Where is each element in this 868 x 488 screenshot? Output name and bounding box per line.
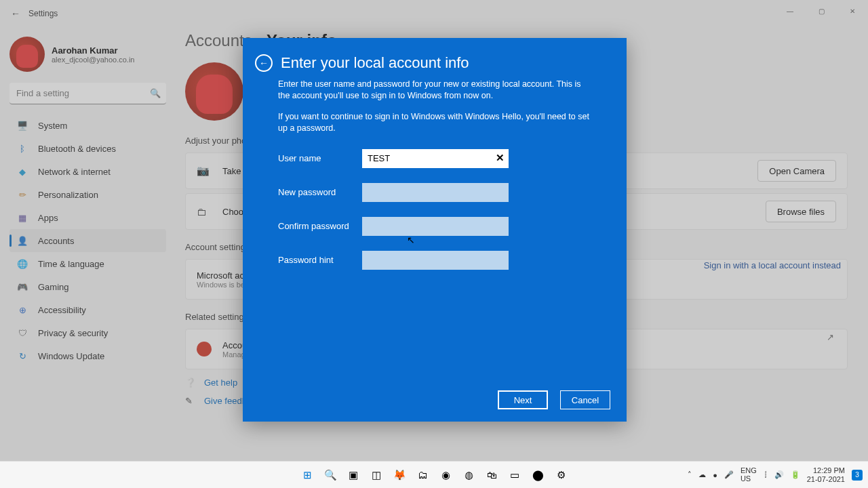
confirm-password-label: Confirm password [278, 221, 362, 231]
cancel-button[interactable]: Cancel [560, 390, 610, 409]
notification-badge[interactable]: 3 [852, 470, 863, 481]
local-account-dialog: ← Enter your local account info Enter th… [243, 38, 627, 422]
dialog-text-1: Enter the user name and password for you… [278, 79, 590, 102]
app-icon[interactable]: ▭ [505, 466, 524, 485]
next-button[interactable]: Next [498, 390, 548, 409]
settings-tb-icon[interactable]: ⚙ [551, 466, 570, 485]
mic-icon[interactable]: 🎤 [724, 470, 734, 479]
password-hint-input[interactable] [362, 251, 509, 270]
meet-icon[interactable]: ● [713, 471, 717, 479]
new-password-label: New password [278, 187, 362, 197]
store-icon[interactable]: 🛍 [482, 466, 501, 485]
edge-icon[interactable]: ◍ [459, 466, 478, 485]
start-icon[interactable]: ⊞ [298, 466, 317, 485]
wifi-icon[interactable]: ⸾ [764, 471, 768, 479]
battery-icon[interactable]: 🔋 [791, 470, 800, 479]
search-tb-icon[interactable]: 🔍 [321, 466, 340, 485]
username-input[interactable] [362, 149, 509, 168]
taskview-icon[interactable]: ▣ [344, 466, 363, 485]
tray-chevron-icon[interactable]: ˄ [688, 470, 692, 479]
username-label: User name [278, 153, 362, 163]
onedrive-icon[interactable]: ☁ [698, 470, 706, 479]
password-hint-label: Password hint [278, 255, 362, 265]
clear-icon[interactable]: ✕ [496, 152, 505, 164]
lang-2: US [741, 475, 757, 483]
widgets-icon[interactable]: ◫ [367, 466, 386, 485]
clock[interactable]: 12:29 PM 21-07-2021 [807, 466, 845, 483]
taskbar[interactable]: ⊞ 🔍 ▣ ◫ 🦊 🗂 ◉ ◍ 🛍 ▭ ⬤ ⚙ ˄ ☁ ● 🎤 ENG US ⸾… [0, 461, 868, 488]
volume-icon[interactable]: 🔊 [774, 470, 784, 479]
explorer-icon[interactable]: 🗂 [413, 466, 432, 485]
dialog-title: Enter your local account info [281, 54, 469, 72]
firefox-icon[interactable]: 🦊 [390, 466, 409, 485]
confirm-password-input[interactable] [362, 217, 509, 236]
chrome-icon[interactable]: ◉ [436, 466, 455, 485]
new-password-input[interactable] [362, 183, 509, 202]
dialog-text-2: If you want to continue to sign in to Wi… [278, 111, 590, 134]
dialog-back-button[interactable]: ← [255, 54, 273, 72]
lang-1[interactable]: ENG [741, 467, 757, 475]
obs-icon[interactable]: ⬤ [528, 466, 547, 485]
